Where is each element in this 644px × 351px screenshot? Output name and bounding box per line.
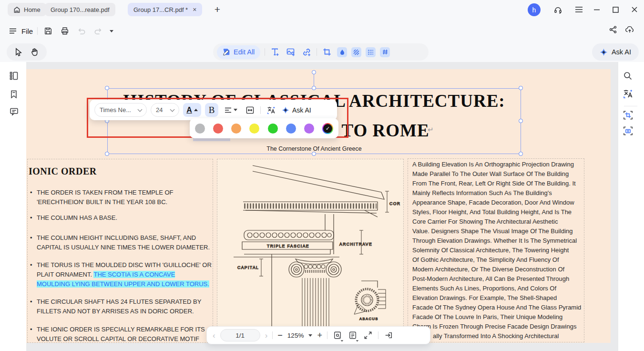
background-icon[interactable] (351, 47, 361, 57)
window-minimize-button[interactable] (591, 4, 603, 15)
selection-handle[interactable] (519, 152, 523, 156)
save-icon[interactable] (42, 25, 54, 37)
window-maximize-button[interactable] (609, 4, 622, 15)
rotation-handle[interactable] (312, 70, 316, 74)
add-link-icon[interactable] (301, 46, 312, 58)
cloud-upload-icon[interactable] (625, 25, 634, 34)
window-close-button[interactable] (628, 4, 641, 15)
spacing-button[interactable] (243, 103, 256, 117)
bullet-item[interactable]: THE IONIC ORDER IS SPECIALLY REMARKABLE … (37, 325, 217, 343)
zoom-in-icon[interactable]: + (317, 331, 322, 340)
color-swatch-orange[interactable] (231, 124, 241, 134)
edit-all-label: Edit All (234, 48, 255, 56)
print-icon[interactable] (59, 25, 71, 37)
app-menu-icon[interactable] (572, 4, 585, 15)
add-image-icon[interactable] (285, 46, 296, 58)
bold-button[interactable]: B (205, 103, 218, 117)
file-menu-icon[interactable] (9, 25, 17, 37)
tab-1-label: Group 170...reate.pdf (51, 6, 110, 13)
right-text-block[interactable]: A Building Elevation Is An Orthographic … (412, 160, 588, 341)
search-icon[interactable] (623, 71, 633, 81)
fullscreen-icon[interactable] (363, 330, 373, 341)
font-color-palette: ✓ (190, 118, 338, 138)
page-layout-icon[interactable] (348, 330, 358, 341)
hand-pan-icon[interactable] (31, 48, 39, 56)
file-menu[interactable]: File (21, 27, 33, 35)
thumbnails-panel-icon[interactable] (9, 71, 19, 81)
undo-icon[interactable] (75, 25, 88, 37)
translate-icon[interactable] (623, 88, 633, 99)
watermark-icon[interactable] (337, 47, 347, 57)
bold-B: B (209, 105, 215, 115)
bullet-item-with-highlight[interactable]: THE TORUS IS THE MOULDED DISC WITH 'GUIL… (37, 260, 217, 289)
font-color-button[interactable]: A (183, 103, 201, 117)
section-heading[interactable]: IONIC ORDER (29, 166, 97, 177)
translate-text-icon[interactable] (265, 103, 278, 117)
previous-page-icon[interactable]: ‹ (213, 331, 215, 340)
align-button[interactable] (222, 103, 239, 117)
view-statusbar: ‹ 1/1 › − 125% + (206, 326, 430, 344)
color-swatch-gray[interactable] (195, 124, 205, 134)
selection-handle[interactable] (105, 86, 109, 90)
selection-handle[interactable] (312, 152, 316, 156)
corner-dropdown (355, 338, 358, 341)
bullet-item[interactable]: THE CIRCULAR SHAFT HAS 24 FLUTES SEPARAT… (37, 297, 217, 316)
add-text-icon[interactable] (269, 46, 281, 58)
edit-all-button[interactable]: Edit All (217, 45, 260, 59)
share-icon[interactable] (609, 25, 617, 34)
highlighted-text: MOULDING LYING BETWEEN UPPER AND LOWER T… (37, 280, 209, 288)
selection-handle[interactable] (312, 86, 316, 90)
zoom-dropdown-icon[interactable] (308, 334, 312, 337)
titlebar: Home Group 170...reate.pdf Group 17...CR… (0, 0, 644, 19)
next-page-icon[interactable]: › (265, 331, 268, 340)
selection-handle[interactable] (105, 152, 109, 156)
color-swatch-black-selected[interactable]: ✓ (322, 123, 333, 134)
bookmarks-panel-icon[interactable] (9, 89, 19, 99)
tab-document-2-active[interactable]: Group 17...CR.pdf * × (128, 3, 202, 16)
collapse-toolbar-icon[interactable] (383, 330, 394, 341)
bullet-item[interactable]: THE ORDER IS TAKEN FROM THE TEMPLE OF'ER… (37, 188, 217, 207)
crop-pages-icon[interactable] (321, 46, 333, 58)
sparkle-icon (600, 48, 608, 56)
header-footer-icon[interactable] (366, 47, 376, 57)
color-swatch-purple[interactable] (304, 124, 314, 134)
history-dropdown-icon[interactable] (110, 30, 113, 32)
avatar[interactable]: h (528, 3, 541, 16)
sparkle-icon (282, 106, 289, 114)
font-size-select[interactable]: 24 (151, 103, 179, 117)
tab-home-label: Home (24, 6, 41, 13)
color-swatch-red[interactable] (213, 124, 223, 134)
crop-tool-icon[interactable] (623, 110, 633, 120)
selection-handle[interactable] (519, 119, 523, 123)
tab-home[interactable]: Home (8, 3, 46, 16)
color-swatch-yellow[interactable] (249, 124, 259, 134)
chevron-down-icon (138, 107, 143, 112)
ask-ai-button[interactable]: Ask AI (592, 43, 639, 61)
align-lines-icon (225, 107, 232, 113)
zoom-level[interactable]: 125% (287, 332, 304, 339)
tab-document-1[interactable]: Group 170...reate.pdf (45, 3, 115, 16)
new-tab-button[interactable]: + (211, 3, 224, 16)
selection-handle[interactable] (519, 86, 523, 90)
menubar: File Home Comment Edit Convert Page Prot… (0, 19, 644, 42)
tab-close-icon[interactable]: × (193, 6, 196, 13)
color-swatch-green[interactable] (268, 124, 278, 134)
support-headset-icon[interactable] (552, 4, 564, 15)
font-size-value: 24 (156, 106, 163, 114)
color-swatch-blue[interactable] (286, 124, 296, 134)
format-ask-ai-label: Ask AI (292, 106, 311, 114)
bates-number-icon[interactable] (380, 47, 390, 57)
page-indicator[interactable]: 1/1 (220, 329, 260, 341)
zoom-out-icon[interactable]: − (277, 331, 283, 340)
font-family-select[interactable]: Times Ne... (94, 103, 147, 117)
pdf-page[interactable]: HISTORY OF CLASSICAL ARCHITECTURE: FROM … (26, 69, 611, 343)
bullet-item[interactable]: THE COLUMN HEIGHT INCLUDING BASE, SHAFT,… (37, 233, 217, 252)
redo-icon[interactable] (92, 25, 104, 37)
select-cursor-icon[interactable] (15, 48, 23, 56)
format-ask-ai-button[interactable]: Ask AI (282, 106, 311, 114)
screenshot-icon[interactable] (623, 125, 633, 136)
page-view-mode-icon[interactable] (332, 330, 343, 341)
comments-panel-icon[interactable] (9, 106, 19, 117)
bullet-item[interactable]: THE COLUMN HAS A BASE. (37, 213, 217, 223)
ask-ai-label: Ask AI (612, 48, 631, 56)
